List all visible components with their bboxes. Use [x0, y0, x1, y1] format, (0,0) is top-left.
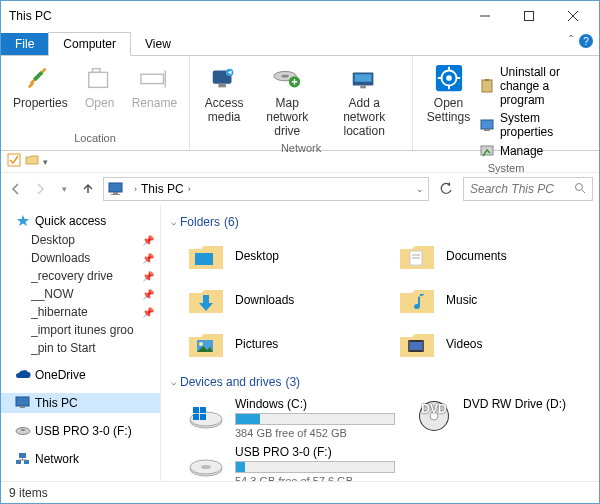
svg-rect-25: [485, 79, 489, 81]
drive-label: USB PRO 3-0 (F:): [235, 445, 395, 459]
refresh-button[interactable]: [435, 178, 457, 200]
sidebar-item-pin[interactable]: _pin to Start: [1, 339, 160, 357]
svg-rect-59: [200, 414, 206, 420]
sidebar-network[interactable]: Network: [1, 449, 160, 469]
sidebar-item-recovery[interactable]: _recovery drive📌: [1, 267, 160, 285]
drive-dvd[interactable]: DVD DVD RW Drive (D:): [415, 397, 589, 435]
map-drive-button[interactable]: Map network drive: [254, 60, 320, 140]
tab-computer[interactable]: Computer: [48, 32, 131, 56]
drive-free: 384 GB free of 452 GB: [235, 427, 395, 439]
sidebar-item-hibernate[interactable]: _hibernate📌: [1, 303, 160, 321]
sidebar-quick-access[interactable]: Quick access: [1, 211, 160, 231]
folder-downloads[interactable]: Downloads: [187, 281, 378, 319]
system-properties-button[interactable]: System properties: [480, 110, 591, 140]
svg-rect-35: [16, 397, 29, 406]
svg-rect-41: [24, 460, 29, 464]
open-icon: [84, 62, 116, 94]
folder-label: Desktop: [235, 249, 279, 263]
svg-text:DVD: DVD: [421, 402, 447, 416]
svg-rect-6: [141, 74, 164, 83]
folder-desktop[interactable]: Desktop: [187, 237, 378, 275]
uninstall-icon: [480, 78, 496, 94]
sidebar-this-pc[interactable]: This PC: [1, 393, 160, 413]
svg-rect-57: [200, 407, 206, 413]
drive-label: Windows (C:): [235, 397, 395, 411]
sidebar-onedrive[interactable]: OneDrive: [1, 365, 160, 385]
svg-rect-36: [20, 406, 25, 408]
search-box[interactable]: [463, 177, 593, 201]
svg-rect-27: [484, 129, 490, 131]
properties-button[interactable]: Properties: [9, 60, 72, 112]
folder-documents[interactable]: Documents: [398, 237, 589, 275]
sidebar-item-now[interactable]: __NOW📌: [1, 285, 160, 303]
music-icon: [398, 281, 436, 319]
tab-file[interactable]: File: [1, 33, 48, 55]
pin-icon: 📌: [142, 307, 154, 318]
rename-icon: [138, 62, 170, 94]
svg-rect-15: [355, 74, 372, 82]
address-bar[interactable]: › This PC › ⌄: [103, 177, 429, 201]
media-icon: [208, 62, 240, 94]
svg-point-38: [21, 429, 26, 431]
address-dropdown-icon[interactable]: ⌄: [416, 184, 424, 194]
tab-view[interactable]: View: [131, 33, 185, 55]
folder-pictures[interactable]: Pictures: [187, 325, 378, 363]
svg-rect-51: [410, 342, 422, 350]
drive-label: DVD RW Drive (D:): [463, 397, 589, 411]
usage-bar: [235, 461, 395, 473]
drive-icon: [15, 423, 31, 439]
svg-rect-39: [19, 453, 26, 458]
svg-point-33: [576, 183, 583, 190]
access-media-button[interactable]: Access media: [198, 60, 250, 126]
windows-drive-icon: [187, 397, 225, 435]
svg-rect-52: [408, 340, 410, 352]
sidebar-item-import[interactable]: _import itunes groo: [1, 321, 160, 339]
minimize-button[interactable]: [463, 2, 507, 30]
qat-dropdown-icon[interactable]: ▾: [43, 157, 48, 167]
folder-music[interactable]: Music: [398, 281, 589, 319]
back-button[interactable]: [7, 180, 25, 198]
add-location-button[interactable]: Add a network location: [324, 60, 404, 140]
pin-icon: 📌: [142, 253, 154, 264]
this-pc-icon: [15, 395, 31, 411]
drives-section-header[interactable]: ⌵Devices and drives (3): [171, 375, 589, 389]
svg-rect-58: [193, 414, 199, 420]
this-pc-icon: [108, 181, 124, 197]
drive-c[interactable]: Windows (C:) 384 GB free of 452 GB: [187, 397, 395, 439]
forward-button[interactable]: [31, 180, 49, 198]
usage-bar: [235, 413, 395, 425]
svg-rect-53: [422, 340, 424, 352]
svg-point-12: [282, 75, 290, 78]
collapse-ribbon-icon[interactable]: ˆ: [569, 34, 573, 48]
breadcrumb-chevron-icon[interactable]: ›: [188, 184, 191, 194]
svg-rect-40: [16, 460, 21, 464]
window-title: This PC: [9, 9, 463, 23]
uninstall-button[interactable]: Uninstall or change a program: [480, 64, 591, 108]
sidebar-usb[interactable]: USB PRO 3-0 (F:): [1, 421, 160, 441]
help-icon[interactable]: ?: [579, 34, 593, 48]
breadcrumb-this-pc[interactable]: This PC: [141, 182, 184, 196]
folders-section-header[interactable]: ⌵Folders (6): [171, 215, 589, 229]
open-settings-button[interactable]: Open Settings: [421, 60, 476, 126]
drive-usb[interactable]: USB PRO 3-0 (F:) 54.3 GB free of 57.6 GB: [187, 445, 395, 481]
settings-icon: [433, 62, 465, 94]
close-button[interactable]: [551, 2, 595, 30]
breadcrumb-chevron-icon[interactable]: ›: [134, 184, 137, 194]
svg-rect-31: [113, 192, 118, 194]
sidebar-item-downloads[interactable]: Downloads📌: [1, 249, 160, 267]
recent-dropdown[interactable]: ▾: [55, 180, 73, 198]
maximize-button[interactable]: [507, 2, 551, 30]
pictures-icon: [187, 325, 225, 363]
folder-videos[interactable]: Videos: [398, 325, 589, 363]
up-button[interactable]: [79, 180, 97, 198]
group-location-label: Location: [9, 130, 181, 146]
status-item-count: 9 items: [9, 486, 48, 500]
qat-folder-icon[interactable]: [25, 153, 39, 170]
svg-rect-29: [8, 154, 20, 166]
svg-rect-24: [482, 80, 492, 92]
videos-icon: [398, 325, 436, 363]
folder-label: Pictures: [235, 337, 278, 351]
qat-checkbox-icon[interactable]: [7, 153, 21, 170]
search-input[interactable]: [470, 182, 570, 196]
sidebar-item-desktop[interactable]: Desktop📌: [1, 231, 160, 249]
